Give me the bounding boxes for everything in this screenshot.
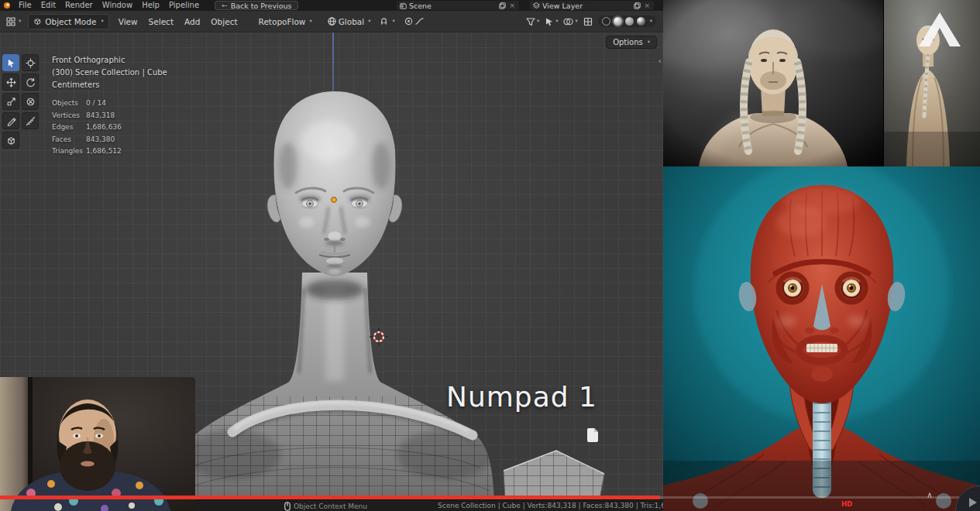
clipboard-overlay-icon <box>586 427 599 443</box>
anatomy-reference-figure <box>663 166 980 511</box>
active-collection: (300) Scene Collection | Cube <box>52 67 167 79</box>
xray-icon <box>583 17 593 26</box>
filter-dropdown[interactable]: ▾ <box>526 17 539 26</box>
menu-item-render[interactable]: Render <box>60 0 98 11</box>
topbar: File Edit Render Window Help Pipeline ← … <box>0 0 663 11</box>
gizmo-dropdown[interactable]: ▾ <box>545 17 558 26</box>
new-scene-icon[interactable] <box>499 2 506 9</box>
stat-row-edges: Edges 1,686,636 <box>52 122 122 134</box>
chevron-down-icon: ▾ <box>650 19 652 24</box>
view-layer-selector[interactable]: View Layer × <box>530 1 654 10</box>
stat-row-vertices: Vertices 843,318 <box>52 110 122 122</box>
tool-cursor[interactable] <box>22 54 39 71</box>
statusbar-stats: Scene Collection | Cube | Verts:843,318 … <box>438 500 663 511</box>
3d-cursor <box>369 327 389 347</box>
tool-measure[interactable] <box>22 112 39 129</box>
reference-panel <box>663 0 980 511</box>
mouse-icon <box>284 502 291 511</box>
screen: File Edit Render Window Help Pipeline ← … <box>0 0 980 511</box>
menu-item-edit[interactable]: Edit <box>36 0 60 11</box>
scene-name: Scene <box>409 2 497 10</box>
expand-handle[interactable]: ∧ <box>913 490 947 500</box>
unlink-scene-icon[interactable]: × <box>508 2 516 9</box>
hd-watermark: HD <box>841 500 852 508</box>
tool-scale[interactable] <box>2 93 19 110</box>
viewport-info-text: Front Orthographic (300) Scene Collectio… <box>52 54 167 91</box>
chevron-down-icon: ▾ <box>555 19 558 24</box>
menu-add[interactable]: Add <box>179 17 205 26</box>
viewport-header: ▾ Object Mode ▾ View Select Add Object R… <box>0 11 663 33</box>
view-layer-icon <box>533 2 540 9</box>
chevron-down-icon: ▾ <box>537 19 539 24</box>
statusbar-context: Object Context Menu <box>284 500 367 511</box>
overlays-icon <box>563 17 573 26</box>
blender-logo-icon[interactable] <box>3 2 11 9</box>
retopoflow-menu[interactable]: RetopoFlow ▾ <box>254 17 317 26</box>
menu-object[interactable]: Object <box>205 17 242 26</box>
back-to-previous-button[interactable]: ← Back to Previous <box>215 1 298 10</box>
snap-toggle[interactable]: ▾ <box>375 17 399 26</box>
units-label: Centimeters <box>52 79 167 91</box>
back-arrow-icon: ← <box>222 2 228 9</box>
menu-item-help[interactable]: Help <box>137 0 164 11</box>
stat-row-triangles: Triangles 1,686,512 <box>52 146 122 158</box>
keystroke-overlay: Numpad 1 <box>446 381 597 413</box>
scene-selector[interactable]: Scene × <box>397 1 519 10</box>
editor-type-button[interactable]: ▾ <box>3 17 24 26</box>
stat-value: 0 / 14 <box>86 98 106 110</box>
xray-toggle[interactable] <box>583 17 593 26</box>
menu-item-window[interactable]: Window <box>98 0 137 11</box>
menu-select[interactable]: Select <box>143 17 179 26</box>
shading-rendered-icon[interactable] <box>637 17 645 26</box>
stat-label: Triangles <box>52 146 86 158</box>
remove-layer-icon[interactable]: × <box>643 2 651 9</box>
back-button-label: Back to Previous <box>231 2 292 10</box>
view-layer-name: View Layer <box>542 2 631 10</box>
stat-label: Objects <box>52 98 86 110</box>
reference-photo-right-figure <box>883 0 980 166</box>
falloff-curve-icon <box>415 17 424 26</box>
tool-add-primitive[interactable] <box>2 132 19 149</box>
proportional-editing-toggle[interactable] <box>400 17 428 26</box>
menu-view[interactable]: View <box>113 17 143 26</box>
chevron-down-icon: ▾ <box>101 19 103 24</box>
sidebar-toggle-icon[interactable]: ‹ <box>658 56 662 66</box>
mode-label: Object Mode <box>45 17 96 26</box>
tool-select-box[interactable] <box>2 54 19 71</box>
shading-mode-group: ▾ <box>598 15 656 27</box>
magnet-icon <box>380 17 388 26</box>
menu-item-pipeline[interactable]: Pipeline <box>164 0 204 11</box>
editor-type-icon <box>6 17 15 26</box>
stat-value: 843,380 <box>86 134 115 146</box>
overlays-dropdown[interactable]: ▾ <box>563 17 577 26</box>
tool-annotate[interactable] <box>2 112 19 129</box>
context-menu-label: Object Context Menu <box>294 502 367 510</box>
toolbar-tools <box>2 54 39 149</box>
chevron-down-icon: ▾ <box>648 39 650 45</box>
stat-label: Faces <box>52 134 86 146</box>
view-name: Front Orthographic <box>52 54 167 67</box>
chevron-down-icon: ▾ <box>309 19 311 24</box>
retopoflow-label: RetopoFlow <box>259 17 306 26</box>
scene-icon <box>400 2 407 9</box>
tool-move[interactable] <box>2 74 19 91</box>
mode-dropdown[interactable]: Object Mode ▾ <box>28 14 108 29</box>
options-dropdown[interactable]: Options ▾ <box>606 36 657 49</box>
viewport-statistics: Objects 0 / 14 Vertices 843,318 Edges 1,… <box>52 98 122 158</box>
shading-wireframe-icon[interactable] <box>602 17 610 26</box>
menu-item-file[interactable]: File <box>14 0 36 11</box>
chevron-down-icon: ▾ <box>575 19 577 24</box>
tool-rotate[interactable] <box>22 74 39 91</box>
shading-material-icon[interactable] <box>625 17 634 26</box>
proportional-icon <box>404 17 413 26</box>
globe-icon <box>328 17 336 26</box>
stat-value: 1,686,512 <box>86 146 122 158</box>
object-mode-icon <box>33 17 42 26</box>
new-layer-icon[interactable] <box>634 2 641 9</box>
tool-transform[interactable] <box>22 93 39 110</box>
shading-solid-icon[interactable] <box>614 17 622 26</box>
video-progress-bar[interactable] <box>0 496 660 499</box>
stat-label: Vertices <box>52 110 86 122</box>
orientation-dropdown[interactable]: Global ▾ <box>323 17 376 26</box>
stat-row-objects: Objects 0 / 14 <box>52 98 122 110</box>
